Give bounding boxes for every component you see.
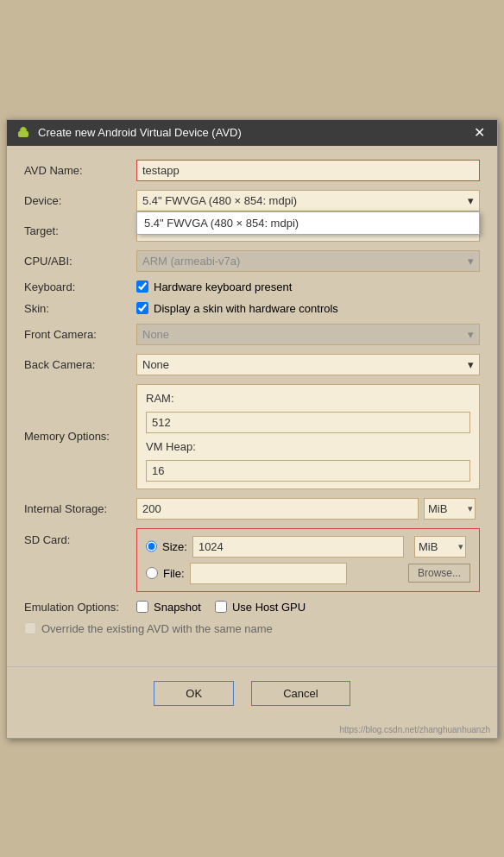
keyboard-label: Keyboard:: [24, 280, 136, 293]
storage-control: MiB GiB ▾: [136, 498, 480, 520]
dialog-title: Create new Android Virtual Device (AVD): [38, 126, 242, 139]
android-icon: [16, 125, 31, 141]
memory-control: RAM: VM Heap:: [136, 384, 480, 489]
vmheap-input[interactable]: [146, 460, 470, 482]
snapshot-label: Snapshot: [154, 601, 201, 614]
avd-name-label: AVD Name:: [24, 164, 136, 177]
back-camera-control: None ▾: [136, 354, 480, 375]
sdcard-unit-select[interactable]: MiB GiB: [414, 536, 466, 558]
skin-control: Display a skin with hardware controls: [136, 302, 480, 315]
override-label: Override the existing AVD with the same …: [41, 622, 273, 635]
sdcard-file-label: File:: [163, 567, 185, 580]
cpu-chevron-icon: ▾: [468, 255, 474, 268]
front-camera-chevron-icon: ▾: [468, 328, 474, 341]
sdcard-size-radio[interactable]: [146, 540, 157, 552]
ok-button[interactable]: OK: [154, 681, 234, 706]
cpu-control: ARM (armeabi-v7a) ▾: [136, 250, 480, 272]
skin-checkbox-row: Display a skin with hardware controls: [136, 302, 480, 315]
storage-row: Internal Storage: MiB GiB ▾: [24, 498, 480, 520]
back-camera-dropdown[interactable]: None ▾: [136, 354, 480, 375]
storage-unit-select[interactable]: MiB GiB: [424, 498, 476, 520]
vmheap-label: VM Heap:: [146, 440, 196, 453]
memory-label: Memory Options:: [24, 430, 136, 443]
back-camera-row: Back Camera: None ▾: [24, 354, 480, 375]
storage-inputs-row: MiB GiB ▾: [136, 498, 480, 520]
use-host-gpu-checkbox[interactable]: [215, 601, 227, 613]
device-dropdown[interactable]: 5.4" FWVGA (480 × 854: mdpi) ▾: [136, 190, 480, 211]
storage-input[interactable]: [136, 498, 419, 520]
memory-inputs-row: RAM: VM Heap:: [146, 392, 470, 482]
front-camera-label: Front Camera:: [24, 328, 136, 341]
sdcard-file-radio[interactable]: [146, 567, 158, 579]
skin-checkbox[interactable]: [136, 302, 148, 314]
device-value: 5.4" FWVGA (480 × 854: mdpi): [142, 194, 297, 207]
avd-name-control: [136, 160, 480, 181]
back-camera-label: Back Camera:: [24, 358, 136, 371]
snapshot-checkbox[interactable]: [136, 601, 148, 613]
sdcard-file-input[interactable]: [190, 563, 347, 584]
sdcard-file-row: File: Browse...: [146, 563, 470, 584]
keyboard-checkbox-row: Hardware keyboard present: [136, 280, 480, 293]
front-camera-dropdown[interactable]: None ▾: [136, 324, 480, 345]
device-chevron-icon: ▾: [468, 194, 474, 207]
ram-input[interactable]: [146, 412, 470, 433]
device-option-1[interactable]: 5.4" FWVGA (480 × 854: mdpi): [137, 212, 479, 234]
device-row: Device: 5.4" FWVGA (480 × 854: mdpi) ▾ 5…: [24, 190, 480, 211]
cpu-label: CPU/ABI:: [24, 255, 136, 268]
button-row: OK Cancel: [7, 666, 497, 723]
device-label: Device:: [24, 194, 136, 207]
emulation-row: Emulation Options: Snapshot Use Host GPU: [24, 601, 480, 614]
skin-text: Display a skin with hardware controls: [154, 302, 338, 315]
cancel-button[interactable]: Cancel: [251, 681, 350, 706]
keyboard-control: Hardware keyboard present: [136, 280, 480, 293]
keyboard-text: Hardware keyboard present: [154, 280, 292, 293]
sdcard-label: SD Card:: [24, 528, 136, 546]
emulation-checkboxes: Snapshot Use Host GPU: [136, 601, 480, 614]
use-host-gpu-item: Use Host GPU: [215, 601, 306, 614]
sdcard-row: SD Card: Size: MiB GiB: [24, 528, 480, 592]
sdcard-size-label: Size:: [162, 540, 187, 553]
cpu-dropdown: ARM (armeabi-v7a) ▾: [136, 250, 480, 272]
avd-name-row: AVD Name:: [24, 160, 480, 181]
svg-rect-1: [18, 131, 28, 137]
snapshot-item: Snapshot: [136, 601, 201, 614]
title-bar: Create new Android Virtual Device (AVD) …: [7, 120, 497, 146]
emulation-control: Snapshot Use Host GPU: [136, 601, 480, 614]
sdcard-size-row: Size: MiB GiB ▾: [146, 536, 470, 558]
override-checkbox: [24, 622, 36, 634]
cpu-row: CPU/ABI: ARM (armeabi-v7a) ▾: [24, 250, 480, 272]
ram-label: RAM:: [146, 392, 174, 405]
watermark: https://blog.csdn.net/zhanghuanhuanzh: [7, 723, 497, 738]
override-row: Override the existing AVD with the same …: [24, 622, 480, 635]
avd-dialog: Create new Android Virtual Device (AVD) …: [6, 119, 498, 739]
use-host-gpu-label: Use Host GPU: [232, 601, 306, 614]
close-button[interactable]: ✕: [470, 126, 488, 140]
storage-label: Internal Storage:: [24, 502, 136, 515]
sdcard-control: Size: MiB GiB ▾: [136, 528, 480, 592]
device-control: 5.4" FWVGA (480 × 854: mdpi) ▾ 5.4" FWVG…: [136, 190, 480, 211]
keyboard-checkbox[interactable]: [136, 280, 148, 293]
avd-name-input[interactable]: [136, 160, 480, 181]
memory-row: Memory Options: RAM: VM Heap:: [24, 384, 480, 489]
emulation-label: Emulation Options:: [24, 601, 136, 614]
title-bar-left: Create new Android Virtual Device (AVD): [16, 125, 242, 141]
sdcard-box: Size: MiB GiB ▾: [136, 528, 480, 592]
back-camera-chevron-icon: ▾: [468, 358, 474, 371]
keyboard-row: Keyboard: Hardware keyboard present: [24, 280, 480, 293]
skin-row: Skin: Display a skin with hardware contr…: [24, 302, 480, 315]
front-camera-row: Front Camera: None ▾: [24, 324, 480, 345]
device-dropdown-popup: 5.4" FWVGA (480 × 854: mdpi): [136, 211, 480, 235]
form-content: AVD Name: Device: 5.4" FWVGA (480 × 854:…: [7, 146, 497, 666]
back-camera-value: None: [142, 358, 169, 371]
sdcard-size-input[interactable]: [192, 536, 404, 558]
front-camera-control: None ▾: [136, 324, 480, 345]
cpu-value: ARM (armeabi-v7a): [142, 255, 240, 268]
front-camera-value: None: [142, 328, 169, 341]
sdcard-browse-button[interactable]: Browse...: [408, 564, 470, 583]
skin-label: Skin:: [24, 302, 136, 315]
target-label: Target:: [24, 224, 136, 237]
